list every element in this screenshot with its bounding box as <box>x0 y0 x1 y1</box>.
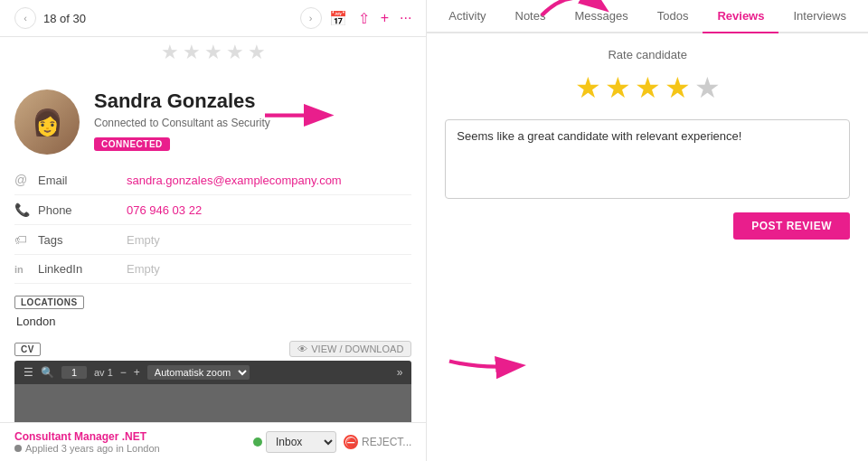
pdf-toolbar: ☰ 🔍 av 1 − + Automatisk zoom » <box>14 361 411 384</box>
avatar-image: 👩 <box>14 89 80 155</box>
tabs-row: Activity Notes Messages Todos Reviews In… <box>427 0 868 33</box>
pdf-page-input[interactable] <box>61 366 87 379</box>
left-panel: ‹ 18 of 30 › 📅 ⇧ + ··· ★ ★ ★ ★ ★ 👩 Sandr… <box>0 0 427 461</box>
pdf-page-total: av 1 <box>94 367 113 378</box>
tags-icon: 🏷 <box>14 232 31 247</box>
job-applied: Applied 3 years ago in London <box>14 443 246 454</box>
tags-label: Tags <box>38 233 119 247</box>
top-nav: ‹ 18 of 30 › 📅 ⇧ + ··· <box>0 0 426 37</box>
linkedin-row: in LinkedIn Empty <box>14 255 411 284</box>
locations-section: LOCATIONS London <box>0 284 426 334</box>
fields-section: @ Email sandra.gonzales@examplecompany.c… <box>0 165 426 284</box>
star-3[interactable]: ★ <box>204 41 222 64</box>
tab-messages[interactable]: Messages <box>560 0 642 33</box>
profile-subtitle: Connected to Consultant as Security <box>94 117 411 129</box>
reviews-content: Rate candidate ★ ★ ★ ★ ★ Seems like a gr… <box>427 33 868 461</box>
post-review-button[interactable]: POST REVIEW <box>733 212 850 240</box>
star-2[interactable]: ★ <box>183 41 201 64</box>
nav-actions: 📅 ⇧ + ··· <box>329 10 412 27</box>
pdf-search-icon[interactable]: 🔍 <box>41 366 54 379</box>
rate-star-1[interactable]: ★ <box>575 71 601 105</box>
pdf-menu-icon: ☰ <box>24 366 33 379</box>
profile-info: Sandra Gonzales Connected to Consultant … <box>94 89 411 151</box>
location-value: London <box>14 315 411 328</box>
phone-label: Phone <box>38 203 119 217</box>
tags-value: Empty <box>127 233 160 247</box>
cv-label: CV <box>14 343 41 356</box>
job-title: Consultant Manager .NET <box>14 430 246 443</box>
top-rating: ★ ★ ★ ★ ★ <box>0 37 426 71</box>
inbox-select[interactable]: Inbox <box>266 431 336 453</box>
email-value[interactable]: sandra.gonzales@examplecompany.com <box>127 174 342 187</box>
review-textarea[interactable]: Seems like a great candidate with releva… <box>445 119 850 199</box>
tab-activity[interactable]: Activity <box>434 0 500 33</box>
star-1[interactable]: ★ <box>161 41 179 64</box>
linkedin-icon: in <box>14 264 31 275</box>
tab-reviews[interactable]: Reviews <box>703 0 778 33</box>
view-download-button[interactable]: 👁 VIEW / DOWNLOAD <box>289 341 411 357</box>
share-icon[interactable]: ⇧ <box>358 10 370 27</box>
calendar-icon[interactable]: 📅 <box>329 10 347 27</box>
linkedin-label: LinkedIn <box>38 262 119 276</box>
more-icon[interactable]: ··· <box>400 10 411 26</box>
reject-label: REJECT... <box>362 436 411 448</box>
job-info: Consultant Manager .NET Applied 3 years … <box>14 430 246 454</box>
inbox-wrapper: Inbox <box>253 431 336 453</box>
add-icon[interactable]: + <box>381 10 389 26</box>
rate-star-5[interactable]: ★ <box>694 71 721 105</box>
applied-text: Applied 3 years ago in London <box>25 443 160 454</box>
tab-todos[interactable]: Todos <box>643 0 703 33</box>
profile-section: 👩 Sandra Gonzales Connected to Consultan… <box>0 71 426 165</box>
profile-name: Sandra Gonzales <box>94 89 411 113</box>
prev-arrow[interactable]: ‹ <box>14 7 36 29</box>
tags-row: 🏷 Tags Empty <box>14 225 411 255</box>
star-5[interactable]: ★ <box>248 41 266 64</box>
next-arrow[interactable]: › <box>300 7 322 29</box>
phone-row: 📞 Phone 076 946 03 22 <box>14 195 411 225</box>
pdf-zoom-select[interactable]: Automatisk zoom <box>147 365 250 380</box>
post-review-row: POST REVIEW <box>445 212 850 240</box>
email-label: Email <box>38 174 119 187</box>
rate-star-3[interactable]: ★ <box>635 71 661 105</box>
phone-icon: 📞 <box>14 202 31 217</box>
applied-dot <box>14 445 22 452</box>
phone-value[interactable]: 076 946 03 22 <box>127 203 202 217</box>
pdf-nav-arrows[interactable]: » <box>397 366 403 379</box>
pdf-zoom-out-icon[interactable]: − <box>120 366 127 379</box>
reject-button[interactable]: ⛔ REJECT... <box>344 435 411 449</box>
rate-stars: ★ ★ ★ ★ ★ <box>445 71 850 105</box>
email-icon: @ <box>14 173 31 187</box>
tab-notes[interactable]: Notes <box>501 0 561 33</box>
rate-star-4[interactable]: ★ <box>665 71 691 105</box>
rate-star-2[interactable]: ★ <box>605 71 631 105</box>
star-4[interactable]: ★ <box>226 41 244 64</box>
pdf-zoom-in-icon[interactable]: + <box>134 366 140 379</box>
locations-label: LOCATIONS <box>14 296 84 309</box>
rate-label: Rate candidate <box>445 48 850 61</box>
reject-icon: ⛔ <box>344 435 358 449</box>
eye-icon: 👁 <box>297 343 307 354</box>
right-panel: Activity Notes Messages Todos Reviews In… <box>427 0 868 461</box>
connected-badge: CONNECTED <box>94 137 170 151</box>
email-row: @ Email sandra.gonzales@examplecompany.c… <box>14 165 411 195</box>
tab-interviews[interactable]: Interviews <box>778 0 861 33</box>
cv-section: CV 👁 VIEW / DOWNLOAD ☰ 🔍 av 1 − + Automa… <box>14 341 411 431</box>
inbox-dot <box>253 437 262 447</box>
bottom-bar: Consultant Manager .NET Applied 3 years … <box>0 422 426 461</box>
avatar: 👩 <box>14 89 80 155</box>
linkedin-value: Empty <box>127 262 160 276</box>
nav-counter: 18 of 30 <box>43 12 293 25</box>
